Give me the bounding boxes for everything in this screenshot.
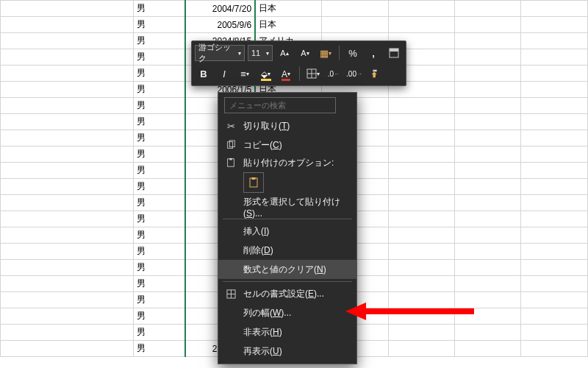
comma-style-button[interactable]: , bbox=[365, 44, 382, 62]
cell[interactable] bbox=[1, 211, 134, 227]
cell[interactable] bbox=[1, 276, 134, 292]
cell[interactable]: 男 bbox=[133, 260, 184, 276]
menu-item-insert[interactable]: 挿入(I) bbox=[218, 222, 356, 241]
cell[interactable] bbox=[388, 276, 454, 292]
cell[interactable] bbox=[521, 146, 588, 163]
cell[interactable] bbox=[388, 244, 454, 260]
cell[interactable] bbox=[1, 130, 134, 146]
cell[interactable]: 男 bbox=[133, 325, 184, 341]
cell[interactable] bbox=[521, 325, 588, 341]
cell[interactable] bbox=[521, 260, 588, 276]
cell[interactable] bbox=[1, 49, 134, 66]
cell[interactable]: 2004/7/20 bbox=[185, 1, 255, 17]
cell[interactable] bbox=[1, 163, 134, 179]
cell[interactable] bbox=[455, 114, 521, 130]
font-color-button[interactable]: A ▾ bbox=[277, 65, 295, 82]
cell[interactable] bbox=[1, 260, 134, 276]
cell[interactable]: 男 bbox=[133, 1, 184, 17]
cell[interactable] bbox=[1, 98, 134, 114]
cell[interactable] bbox=[1, 325, 134, 341]
cell[interactable] bbox=[455, 1, 521, 17]
cell[interactable] bbox=[388, 341, 454, 357]
format-painter-button[interactable] bbox=[366, 65, 384, 82]
cell[interactable] bbox=[521, 82, 588, 98]
cell[interactable] bbox=[455, 146, 521, 163]
cell[interactable]: 男 bbox=[133, 130, 184, 146]
cell[interactable] bbox=[521, 17, 588, 33]
cell[interactable] bbox=[1, 308, 134, 325]
cell[interactable] bbox=[521, 244, 588, 260]
menu-item-paste-special[interactable]: 形式を選択して貼り付け(S)... bbox=[218, 197, 356, 216]
cell[interactable] bbox=[388, 260, 454, 276]
cell[interactable] bbox=[388, 130, 454, 146]
menu-item-copy[interactable]: コピー(C) bbox=[218, 135, 356, 155]
cell[interactable]: 男 bbox=[133, 227, 184, 244]
menu-item-hide[interactable]: 非表示(H) bbox=[218, 322, 356, 342]
menu-item-clear-contents[interactable]: 数式と値のクリア(N) bbox=[218, 260, 356, 279]
cell[interactable] bbox=[521, 130, 588, 146]
cell[interactable] bbox=[1, 227, 134, 244]
cell-styles-button[interactable]: ▦▾ bbox=[317, 44, 334, 62]
align-button[interactable]: ≡▾ bbox=[236, 65, 254, 82]
cell[interactable] bbox=[455, 179, 521, 195]
cell[interactable] bbox=[1, 66, 134, 82]
cell[interactable] bbox=[521, 211, 588, 227]
cell[interactable] bbox=[521, 98, 588, 114]
increase-font-button[interactable]: A▴ bbox=[276, 44, 293, 62]
cell[interactable]: 2005/9/6 bbox=[185, 17, 255, 33]
bold-button[interactable]: B bbox=[195, 65, 212, 82]
cell[interactable]: 男 bbox=[133, 17, 184, 33]
cell[interactable] bbox=[388, 1, 454, 17]
cell[interactable]: 男 bbox=[133, 49, 184, 66]
cell[interactable]: 男 bbox=[133, 146, 184, 163]
cell[interactable] bbox=[455, 163, 521, 179]
cell[interactable] bbox=[521, 66, 588, 82]
cell[interactable] bbox=[455, 211, 521, 227]
cell[interactable] bbox=[455, 260, 521, 276]
cell[interactable] bbox=[388, 195, 454, 211]
cell[interactable] bbox=[521, 33, 588, 49]
cell[interactable] bbox=[455, 130, 521, 146]
borders-button[interactable]: ▾ bbox=[304, 65, 322, 82]
cell[interactable] bbox=[455, 227, 521, 244]
number-format-button[interactable] bbox=[385, 44, 403, 62]
cell[interactable] bbox=[455, 98, 521, 114]
cell[interactable] bbox=[455, 195, 521, 211]
table-row[interactable]: 男2005/9/6日本 bbox=[1, 17, 588, 33]
cell[interactable] bbox=[455, 244, 521, 260]
cell[interactable] bbox=[455, 276, 521, 292]
cell[interactable] bbox=[455, 325, 521, 341]
cell[interactable] bbox=[322, 1, 388, 17]
cell[interactable] bbox=[455, 341, 521, 357]
cell[interactable] bbox=[521, 179, 588, 195]
cell[interactable] bbox=[455, 49, 521, 66]
cell[interactable] bbox=[388, 146, 454, 163]
cell[interactable]: 男 bbox=[133, 211, 184, 227]
cell[interactable]: 日本 bbox=[255, 17, 321, 33]
cell[interactable] bbox=[521, 227, 588, 244]
cell[interactable] bbox=[1, 33, 134, 49]
cell[interactable] bbox=[388, 163, 454, 179]
cell[interactable]: 男 bbox=[133, 33, 184, 49]
cell[interactable] bbox=[1, 146, 134, 163]
cell[interactable]: 男 bbox=[133, 195, 184, 211]
cell[interactable]: 日本 bbox=[255, 1, 321, 17]
cell[interactable]: 男 bbox=[133, 179, 184, 195]
paste-button[interactable] bbox=[243, 172, 264, 193]
cell[interactable] bbox=[388, 98, 454, 114]
cell[interactable] bbox=[521, 163, 588, 179]
cell[interactable] bbox=[521, 341, 588, 357]
menu-item-delete[interactable]: 削除(D) bbox=[218, 241, 356, 260]
decrease-decimal-button[interactable]: .00→ bbox=[345, 65, 363, 82]
cell[interactable] bbox=[521, 1, 588, 17]
cell[interactable] bbox=[521, 308, 588, 325]
cell[interactable] bbox=[388, 17, 454, 33]
cell[interactable] bbox=[1, 244, 134, 260]
cell[interactable]: 男 bbox=[133, 98, 184, 114]
cell[interactable] bbox=[1, 195, 134, 211]
font-size-select[interactable]: 11 ▾ bbox=[248, 45, 273, 61]
menu-item-cut[interactable]: ✂ 切り取り(T) bbox=[218, 116, 356, 135]
cell[interactable] bbox=[455, 17, 521, 33]
cell[interactable]: 男 bbox=[133, 341, 184, 357]
cell[interactable] bbox=[521, 292, 588, 308]
